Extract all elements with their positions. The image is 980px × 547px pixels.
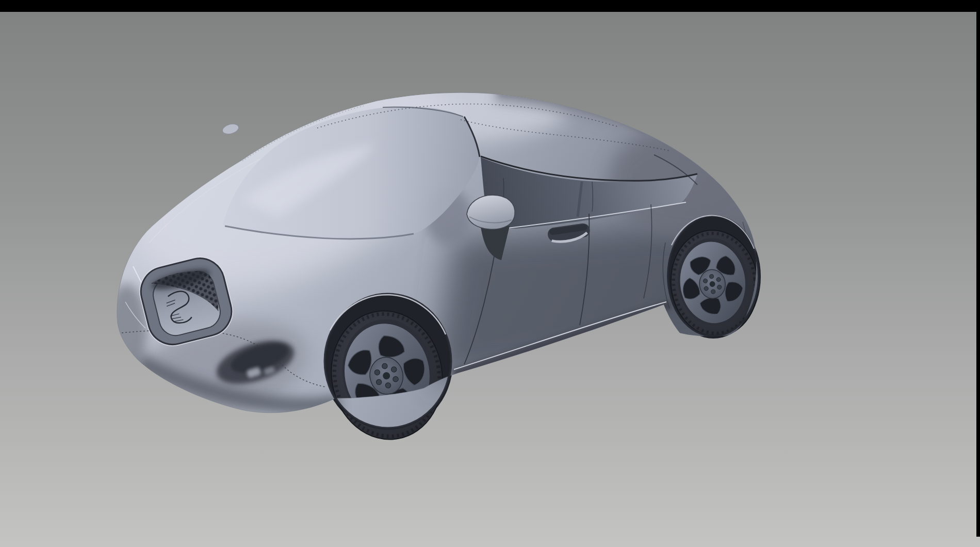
top-black-bar xyxy=(0,0,980,12)
far-mirror-nub xyxy=(221,122,240,136)
car-model xyxy=(93,14,774,448)
screenshot-frame xyxy=(0,0,980,547)
right-black-bar xyxy=(976,0,980,537)
render-viewport[interactable] xyxy=(0,0,980,547)
car-render-canvas xyxy=(0,0,980,547)
